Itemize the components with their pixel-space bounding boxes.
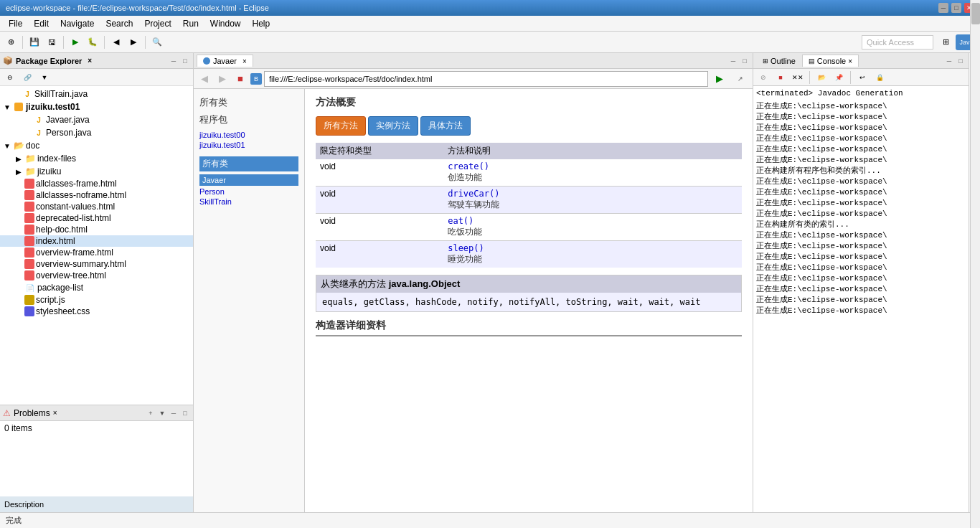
- save-button[interactable]: 💾: [27, 34, 42, 50]
- table-row: void driveCar() 驾驶车辆功能: [316, 187, 742, 214]
- concrete-methods-button[interactable]: 具体方法: [420, 116, 471, 136]
- method-link-sleep[interactable]: sleep(): [448, 243, 484, 253]
- problems-tab[interactable]: ⚠ Problems ×: [3, 408, 57, 418]
- browser-back-button[interactable]: ◀: [197, 71, 212, 87]
- menu-project[interactable]: Project: [138, 17, 176, 30]
- outline-tab[interactable]: ⊞ Outline: [756, 55, 802, 67]
- instance-methods-button[interactable]: 实例方法: [368, 116, 418, 136]
- tree-item-deprecated-list[interactable]: deprecated-list.html: [0, 212, 193, 224]
- tree-item-stylesheet-css[interactable]: stylesheet.css: [0, 306, 193, 317]
- console-tab-close[interactable]: ×: [848, 57, 852, 65]
- run-button[interactable]: ▶: [67, 34, 83, 50]
- tree-item-index[interactable]: index.html: [0, 235, 193, 247]
- sidebar-package-test01[interactable]: jizuiku.test01: [199, 141, 298, 149]
- toolbar-layout-button[interactable]: ⊞: [938, 34, 953, 50]
- problems-description-bar: Description: [0, 496, 193, 512]
- console-line-19: 正在生成E:\eclipse-workspace\: [756, 294, 966, 305]
- tree-label: allclasses-frame.html: [36, 179, 117, 189]
- tree-item-jizuiku-test01[interactable]: ▼ jizuiku.test01: [0, 100, 193, 113]
- console-open-button[interactable]: 📂: [814, 70, 829, 85]
- package-explorer-tab-close[interactable]: ×: [88, 57, 92, 65]
- tree-item-overview-tree[interactable]: overview-tree.html: [0, 270, 193, 281]
- browser-nav-toolbar: ◀ ▶ ■ B ▶ ↗: [194, 69, 753, 89]
- terminate-button[interactable]: ■: [773, 70, 788, 85]
- tree-item-overview-frame[interactable]: overview-frame.html: [0, 247, 193, 258]
- tree-item-person[interactable]: J Person.java: [0, 126, 193, 139]
- menu-run[interactable]: Run: [177, 17, 204, 30]
- link-editor-button[interactable]: 🔗: [19, 70, 35, 85]
- debug-button[interactable]: 🐛: [85, 34, 100, 50]
- back-button[interactable]: ◀: [108, 34, 124, 50]
- tree-item-package-list[interactable]: 📄 package-list: [0, 281, 193, 294]
- tree-item-overview-summary[interactable]: overview-summary.html: [0, 258, 193, 270]
- pin-console-button[interactable]: 📌: [831, 70, 847, 85]
- save-all-button[interactable]: 🖫: [44, 34, 60, 50]
- view-menu-button[interactable]: ▼: [37, 70, 52, 85]
- browser-forward-button[interactable]: ▶: [215, 71, 230, 87]
- console-toolbar: ⊘ ■ ✕✕ 📂 📌 ↩ 🔒: [753, 69, 969, 86]
- new-button[interactable]: ⊕: [3, 34, 19, 50]
- terminated-label: <terminated> Javadoc Generation: [756, 89, 966, 98]
- menu-window[interactable]: Window: [204, 17, 247, 30]
- tree-item-skilltrain[interactable]: J SkillTrain.java: [0, 88, 193, 100]
- maximize-browser-button[interactable]: □: [740, 56, 750, 66]
- tree-item-index-files[interactable]: ▶ 📁 index-files: [0, 152, 193, 165]
- menu-help[interactable]: Help: [247, 17, 276, 30]
- minimize-problems-button[interactable]: ─: [169, 408, 179, 418]
- sidebar-package-test00[interactable]: jizuiku.test00: [199, 131, 298, 139]
- minimize-left-button[interactable]: ─: [169, 56, 179, 66]
- maximize-problems-button[interactable]: □: [180, 408, 190, 418]
- console-tab[interactable]: ▤ Console ×: [802, 55, 859, 67]
- console-line-18: 正在生成E:\eclipse-workspace\: [756, 283, 966, 294]
- method-cell-sleep: sleep() 睡觉功能: [443, 241, 742, 268]
- all-methods-button[interactable]: 所有方法: [316, 116, 366, 136]
- browser-external-button[interactable]: ↗: [731, 71, 750, 87]
- toolbar-sep-3: [104, 36, 105, 49]
- sidebar-class-person[interactable]: Person: [199, 187, 298, 196]
- tree-item-javaer[interactable]: J Javaer.java: [0, 113, 193, 126]
- word-wrap-button[interactable]: ↩: [854, 70, 870, 85]
- browser-stop-button[interactable]: ■: [232, 71, 248, 87]
- menu-file[interactable]: File: [3, 17, 28, 30]
- menu-search[interactable]: Search: [100, 17, 138, 30]
- tree-item-jizuiku-folder[interactable]: ▶ 📁 jizuiku: [0, 165, 193, 178]
- menu-navigate[interactable]: Navigate: [55, 17, 100, 30]
- forward-button[interactable]: ▶: [126, 34, 141, 50]
- problems-panel-controls: + ▼ ─ □: [146, 408, 190, 418]
- tree-item-help-doc[interactable]: help-doc.html: [0, 224, 193, 235]
- method-summary-table: 限定符和类型 方法和说明 void create() 创造功能: [316, 143, 742, 268]
- maximize-left-button[interactable]: □: [180, 56, 190, 66]
- tree-item-constant-values[interactable]: constant-values.html: [0, 201, 193, 212]
- maximize-right-button[interactable]: □: [956, 56, 966, 66]
- java-file-icon: J: [33, 127, 44, 138]
- search-button[interactable]: 🔍: [149, 34, 165, 50]
- scroll-lock-button[interactable]: 🔒: [872, 70, 887, 85]
- quick-access-field[interactable]: Quick Access: [862, 35, 933, 50]
- tree-item-script-js[interactable]: script.js: [0, 294, 193, 306]
- html-file-icon: [24, 225, 34, 235]
- add-filter-button[interactable]: +: [146, 408, 156, 418]
- remove-terminated-button[interactable]: ✕✕: [790, 70, 806, 85]
- problems-tab-close[interactable]: ×: [53, 409, 57, 417]
- method-link-eat[interactable]: eat(): [448, 216, 473, 226]
- tree-item-allclasses-frame[interactable]: allclasses-frame.html: [0, 178, 193, 189]
- minimize-browser-button[interactable]: ─: [728, 56, 738, 66]
- minimize-right-button[interactable]: ─: [944, 56, 954, 66]
- sidebar-class-skilltrain[interactable]: SkillTrain: [199, 197, 298, 206]
- method-link-drivecar[interactable]: driveCar(): [448, 189, 499, 199]
- tree-item-doc[interactable]: ▼ 📂 doc: [0, 139, 193, 152]
- minimize-button[interactable]: ─: [938, 3, 948, 13]
- problems-menu-button[interactable]: ▼: [157, 408, 167, 418]
- browser-go-button[interactable]: ▶: [710, 71, 729, 87]
- url-input[interactable]: [264, 71, 708, 87]
- browser-tab-close[interactable]: ×: [242, 57, 247, 65]
- collapse-all-button[interactable]: ⊖: [2, 70, 18, 85]
- maximize-button[interactable]: □: [951, 3, 961, 13]
- sidebar-class-javaer[interactable]: Javaer: [199, 174, 298, 186]
- titlebar-controls[interactable]: ─ □ ✕: [938, 3, 974, 13]
- method-link-create[interactable]: create(): [448, 161, 489, 171]
- clear-console-button[interactable]: ⊘: [755, 70, 771, 85]
- menu-edit[interactable]: Edit: [28, 17, 55, 30]
- tree-item-allclasses-noframe[interactable]: allclasses-noframe.html: [0, 189, 193, 201]
- browser-tab[interactable]: Javaer ×: [197, 55, 253, 67]
